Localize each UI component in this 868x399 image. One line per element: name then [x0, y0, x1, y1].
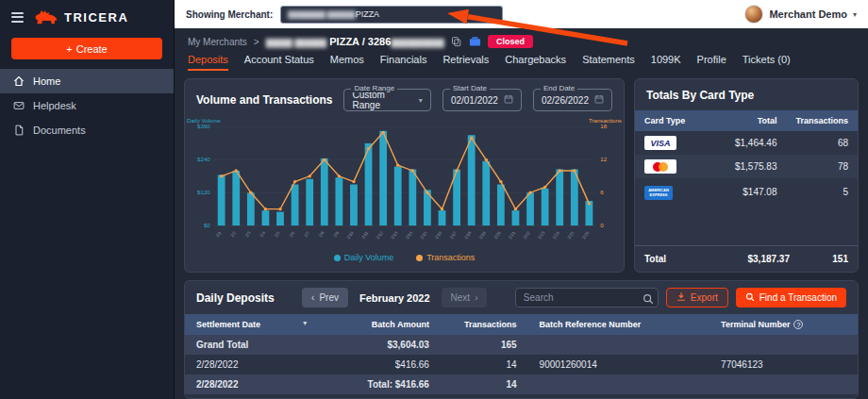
transactions-point: [293, 180, 296, 183]
totals-footer-label: Total: [644, 254, 666, 264]
tab-tickets[interactable]: Tickets (0): [743, 54, 791, 71]
user-menu[interactable]: Merchant Demo ▾: [744, 5, 857, 24]
sidebar-item-home[interactable]: Home: [0, 69, 174, 93]
search-icon[interactable]: [643, 291, 654, 308]
transactions-point: [441, 208, 443, 210]
volume-bar: [556, 170, 563, 226]
copy-icon[interactable]: [451, 36, 462, 48]
prev-month-button[interactable]: ‹ Prev: [302, 288, 348, 308]
transactions-point: [220, 175, 223, 177]
find-transaction-button[interactable]: Find a Transaction: [736, 288, 846, 308]
sort-desc-icon[interactable]: ▼: [302, 320, 309, 326]
svg-text:2/26: 2/26: [581, 230, 591, 240]
transactions-point: [470, 136, 473, 139]
month-label: February 2022: [356, 292, 434, 304]
end-date-label: End Date: [541, 84, 577, 92]
transactions-point: [308, 175, 310, 177]
tab-profile[interactable]: Profile: [697, 54, 726, 71]
svg-text:Daily Volume: Daily Volume: [187, 118, 222, 124]
volume-bar: [292, 185, 299, 226]
tab-financials[interactable]: Financials: [380, 54, 427, 71]
transactions-point: [411, 169, 414, 172]
end-date-value: 02/26/2022: [542, 95, 589, 106]
transactions-point: [558, 169, 560, 172]
sidebar: TRICERA + Create Home Helpdesk: [0, 0, 175, 399]
chevron-left-icon: ‹: [311, 292, 314, 303]
deposit-row[interactable]: 2/28/2022 $416.66 14 90001260014 7704612…: [185, 355, 858, 374]
chart-title: Volume and Transactions: [196, 93, 332, 107]
legend-transactions[interactable]: Transactions: [416, 253, 475, 262]
svg-text:2/21: 2/21: [508, 230, 517, 240]
merchant-search-input[interactable]: ████████ ██████ PIZZA: [280, 6, 503, 24]
transactions-point: [485, 158, 488, 161]
transactions-point: [499, 180, 502, 183]
documents-icon: [13, 125, 25, 136]
svg-text:2/15: 2/15: [419, 230, 428, 240]
main-area: Showing Merchant: ████████ ██████ PIZZA …: [175, 0, 868, 399]
svg-text:$0: $0: [204, 223, 211, 228]
volume-bar: [232, 171, 240, 225]
deposits-title: Daily Deposits: [196, 291, 275, 305]
tab-retrievals[interactable]: Retrievals: [442, 54, 489, 71]
card-row-mastercard: $1,575.83 78: [635, 155, 858, 178]
volume-bar: [526, 192, 534, 225]
sidebar-item-helpdesk[interactable]: Helpdesk: [0, 93, 174, 118]
tab-chargebacks[interactable]: Chargebacks: [505, 54, 566, 71]
date-range-select[interactable]: Date Range Custom Range ▾: [343, 89, 430, 111]
mastercard-logo: [644, 159, 676, 174]
card-row-amex: AMERICAN EXPRESS $147.08 5: [635, 178, 858, 205]
transactions-point: [543, 186, 546, 189]
search-field: [515, 288, 659, 308]
svg-text:2/22: 2/22: [522, 230, 531, 240]
sidebar-item-documents[interactable]: Documents: [0, 118, 174, 142]
volume-bar: [335, 177, 342, 225]
grand-total-row: Grand Total $3,604.03 165: [185, 335, 858, 355]
svg-text:2/20: 2/20: [492, 230, 502, 240]
brand-name: TRICERA: [64, 10, 128, 25]
search-input[interactable]: [515, 288, 659, 308]
svg-text:2/2: 2/2: [229, 230, 237, 238]
transactions-point: [396, 164, 399, 167]
helpdesk-icon: [13, 100, 25, 111]
start-date-field[interactable]: Start Date 02/01/2022: [442, 89, 522, 111]
svg-text:$240: $240: [197, 157, 210, 162]
volume-bar: [482, 161, 490, 225]
transactions-point: [249, 191, 252, 194]
volume-transactions-chart: $00$1206$24012$360182/12/22/32/42/52/62/…: [185, 115, 624, 251]
merchant-name-visible: PIZZA: [356, 9, 380, 19]
start-date-value: 02/01/2022: [451, 95, 498, 106]
brand-logo: TRICERA: [34, 8, 128, 25]
transactions-point: [323, 158, 326, 161]
volume-bar: [542, 189, 549, 225]
menu-icon[interactable]: [9, 8, 25, 26]
svg-text:2/23: 2/23: [537, 230, 546, 240]
legend-daily-volume[interactable]: Daily Volume: [334, 253, 394, 262]
tab-account-status[interactable]: Account Status: [244, 54, 314, 71]
tab-1099k[interactable]: 1099K: [651, 54, 681, 71]
deposit-row[interactable]: 2/25/2022 $200.60 8 90001250008 77046123: [185, 394, 858, 399]
svg-text:6: 6: [600, 190, 604, 195]
svg-text:2/14: 2/14: [405, 230, 414, 240]
topbar: Showing Merchant: ████████ ██████ PIZZA …: [175, 0, 868, 28]
tab-memos[interactable]: Memos: [330, 54, 364, 71]
user-name: Merchant Demo: [769, 8, 847, 20]
calendar-icon: [594, 94, 604, 107]
sidebar-item-label: Helpdesk: [33, 100, 76, 111]
col-card-type: Card Type: [635, 110, 699, 131]
briefcase-icon[interactable]: [469, 36, 481, 47]
volume-bar: [276, 212, 284, 226]
export-button[interactable]: Export: [666, 288, 728, 308]
tab-deposits[interactable]: Deposits: [188, 54, 228, 71]
svg-text:18: 18: [600, 125, 608, 130]
volume-bar: [306, 179, 313, 225]
next-month-button[interactable]: Next ›: [442, 288, 488, 308]
transactions-point: [573, 169, 576, 172]
create-button[interactable]: + Create: [11, 38, 162, 59]
tab-statements[interactable]: Statements: [582, 54, 635, 71]
help-icon[interactable]: ?: [793, 320, 803, 329]
sidebar-nav: Home Helpdesk Documents: [0, 69, 174, 142]
col-batch-reference: Batch Reference Number: [528, 314, 710, 335]
breadcrumb-root[interactable]: My Merchants: [188, 37, 247, 47]
end-date-field[interactable]: End Date 02/26/2022: [533, 89, 612, 111]
chart-header: Volume and Transactions Date Range Custo…: [185, 79, 624, 115]
